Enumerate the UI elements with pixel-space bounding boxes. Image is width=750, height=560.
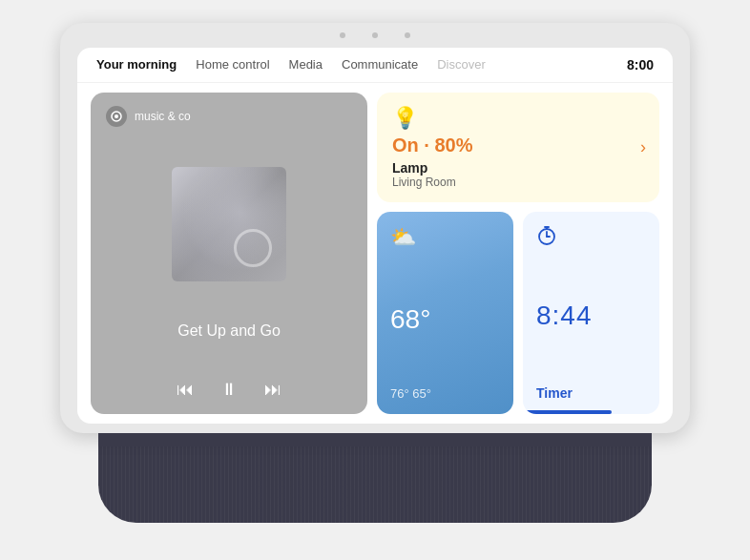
weather-icon: ⛅ bbox=[390, 225, 416, 250]
playback-controls: ⏮ ⏸ ⏭ bbox=[106, 380, 352, 400]
device-screen-shell: Your morning Home control Media Communic… bbox=[60, 23, 690, 433]
music-service-icon bbox=[106, 106, 127, 127]
timer-icon bbox=[536, 225, 557, 246]
bottom-row: ⛅ 68° 76° 65° bbox=[377, 212, 659, 414]
device-dots bbox=[340, 32, 410, 38]
music-source-label: music & co bbox=[135, 110, 191, 123]
music-card[interactable]: music & co Get Up and Go ⏮ ⏸ ⏭ bbox=[91, 93, 367, 414]
right-cards: 💡 On · 80% Lamp Living Room › ⛅ bbox=[377, 93, 659, 414]
album-art bbox=[172, 167, 286, 281]
timer-progress-bar bbox=[523, 410, 612, 414]
nav-item-communicate[interactable]: Communicate bbox=[342, 57, 418, 72]
weather-range: 76° 65° bbox=[390, 386, 500, 401]
weather-icon-row: ⛅ bbox=[390, 225, 500, 250]
album-circle-decoration bbox=[234, 229, 272, 267]
camera-dot-right bbox=[405, 32, 410, 38]
track-title: Get Up and Go bbox=[177, 322, 281, 340]
svg-point-1 bbox=[115, 114, 118, 118]
lamp-arrow-icon: › bbox=[640, 137, 646, 157]
nav-item-media[interactable]: Media bbox=[289, 57, 323, 72]
timer-label: Timer bbox=[536, 385, 646, 401]
prev-button[interactable]: ⏮ bbox=[177, 380, 194, 400]
lamp-name: Lamp bbox=[392, 160, 644, 176]
music-top: music & co bbox=[106, 106, 352, 127]
main-content: music & co Get Up and Go ⏮ ⏸ ⏭ bbox=[77, 83, 673, 424]
camera-dot-left bbox=[340, 32, 345, 38]
lamp-status: On · 80% bbox=[392, 135, 644, 156]
play-pause-button[interactable]: ⏸ bbox=[220, 380, 238, 400]
lamp-card[interactable]: 💡 On · 80% Lamp Living Room › bbox=[377, 93, 659, 202]
nav-item-discover[interactable]: Discover bbox=[437, 57, 486, 72]
timer-time: 8:44 bbox=[536, 301, 646, 331]
speaker-base-top bbox=[98, 433, 652, 446]
lamp-location: Living Room bbox=[392, 176, 644, 189]
timer-icon-row bbox=[536, 225, 646, 246]
next-button[interactable]: ⏭ bbox=[264, 380, 281, 400]
timer-card[interactable]: 8:44 Timer bbox=[523, 212, 659, 414]
screen: Your morning Home control Media Communic… bbox=[77, 48, 673, 424]
lamp-icon: 💡 bbox=[392, 106, 644, 131]
nav-bar: Your morning Home control Media Communic… bbox=[77, 48, 673, 83]
album-art-texture bbox=[172, 167, 286, 281]
nav-time: 8:00 bbox=[627, 57, 654, 73]
weather-temperature: 68° bbox=[390, 304, 500, 335]
nav-item-your-morning[interactable]: Your morning bbox=[96, 57, 177, 72]
weather-card[interactable]: ⛅ 68° 76° 65° bbox=[377, 212, 513, 414]
nav-item-home-control[interactable]: Home control bbox=[196, 57, 269, 72]
speaker-base bbox=[98, 437, 652, 523]
device-wrapper: Your morning Home control Media Communic… bbox=[51, 23, 699, 538]
camera-dot-center bbox=[372, 32, 378, 38]
